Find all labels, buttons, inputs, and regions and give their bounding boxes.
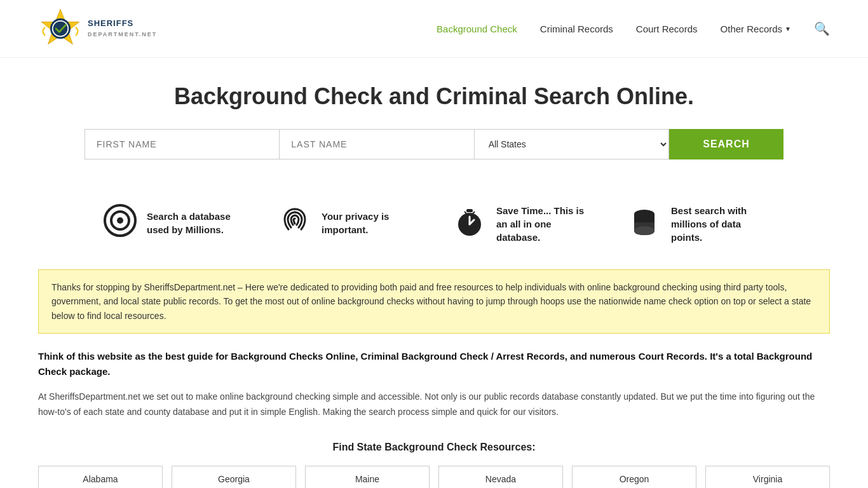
last-name-input[interactable] [279,129,473,159]
state-card[interactable]: Alabama [38,466,163,488]
svg-point-5 [117,217,123,224]
logo-icon [38,6,83,51]
svg-point-1 [50,18,71,39]
info-box-text: Thanks for stopping by SheriffsDepartmen… [51,282,811,321]
search-bar: All StatesAlabamaAlaskaArizonaArkansasCa… [85,129,783,159]
logo-area: SHERIFFSDEPARTMENT.NET [38,6,157,51]
feature-privacy: Your privacy is important. [278,204,415,242]
state-card[interactable]: Oregon [572,466,696,488]
search-icon[interactable]: 🔍 [814,21,830,36]
nav-other-records[interactable]: Other Records [721,24,791,34]
hero-section: Background Check and Criminal Search Onl… [0,58,868,179]
target-icon [104,204,137,242]
nav-criminal-records[interactable]: Criminal Records [540,24,613,34]
main-content: Think of this website as the best guide … [0,349,868,420]
header: SHERIFFSDEPARTMENT.NET Background Check … [0,0,868,58]
state-grid: AlabamaGeorgiaMaineNevadaOregonVirginia [38,466,830,488]
main-nav: Background Check Criminal Records Court … [437,21,830,36]
svg-line-10 [465,212,466,214]
logo-text: SHERIFFSDEPARTMENT.NET [88,18,157,38]
svg-point-14 [634,226,654,235]
svg-rect-7 [466,209,473,212]
nav-court-records[interactable]: Court Records [636,24,698,34]
bold-paragraph: Think of this website as the best guide … [38,349,830,379]
normal-paragraph: At SheriffsDepartment.net we set out to … [38,390,830,420]
feature-privacy-text: Your privacy is important. [322,210,415,236]
features-section: Search a database used by Millions. Your… [53,179,815,269]
database-icon [628,205,661,243]
hero-title: Background Check and Criminal Search Onl… [38,83,830,110]
info-box: Thanks for stopping by SheriffsDepartmen… [38,269,830,334]
state-resources-section: Find State Background Check Resources: A… [0,435,868,488]
svg-line-11 [473,212,475,214]
feature-database: Search a database used by Millions. [104,204,240,242]
state-card[interactable]: Nevada [438,466,563,488]
state-card[interactable]: Virginia [705,466,830,488]
feature-database-text: Search a database used by Millions. [147,210,240,236]
fingerprint-icon [278,204,311,242]
search-button[interactable]: SEARCH [669,129,783,159]
feature-time-text: Save Time... This is an all in one datab… [496,204,590,244]
nav-background-check[interactable]: Background Check [437,24,517,34]
state-resources-heading: Find State Background Check Resources: [38,442,830,453]
feature-data-text: Best search with millions of data points… [671,204,764,244]
feature-time: Save Time... This is an all in one datab… [453,204,590,244]
state-card[interactable]: Maine [305,466,430,488]
first-name-input[interactable] [85,129,279,159]
timer-icon [453,205,486,243]
state-card[interactable]: Georgia [172,466,296,488]
state-select[interactable]: All StatesAlabamaAlaskaArizonaArkansasCa… [474,129,669,159]
feature-data: Best search with millions of data points… [628,204,764,244]
